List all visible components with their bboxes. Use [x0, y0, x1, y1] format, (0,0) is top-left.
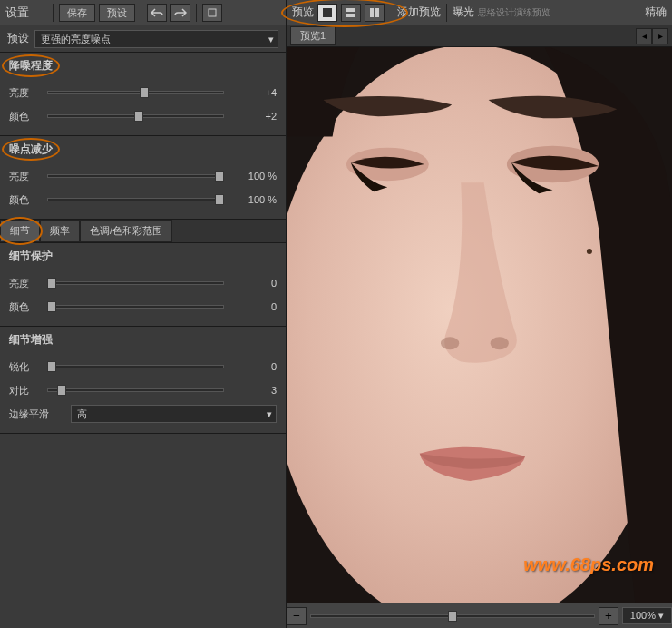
slider-thumb[interactable]	[47, 301, 56, 312]
svg-point-11	[491, 337, 509, 349]
color-slider[interactable]	[47, 114, 224, 118]
slider-thumb[interactable]	[134, 111, 143, 122]
brightness-value: +4	[231, 87, 277, 98]
svg-point-12	[587, 249, 592, 254]
noise-reduction-title: 噪点减少	[9, 142, 53, 157]
preview-tab-1[interactable]: 预览1	[290, 26, 336, 45]
chevron-down-icon: ▾	[658, 610, 664, 621]
slider-thumb[interactable]	[57, 385, 66, 396]
preset-value: 更强的亮度噪点	[41, 34, 111, 44]
preset-label: 预设	[7, 31, 29, 46]
preset-button[interactable]: 预设	[99, 4, 135, 22]
preview-label: 预览	[292, 5, 314, 20]
color-value: +2	[231, 111, 277, 122]
preview-viewport[interactable]: www.68ps.com	[287, 47, 672, 603]
preset-dropdown[interactable]: 更强的亮度噪点 ▾	[34, 30, 278, 48]
command-button[interactable]	[202, 4, 222, 22]
misc-text: 思络设计演练预览	[478, 6, 550, 19]
separator	[196, 4, 197, 22]
zoom-in-button[interactable]: +	[599, 607, 618, 625]
contrast-slider[interactable]	[47, 388, 224, 392]
dp-color-slider[interactable]	[47, 305, 224, 309]
zoom-slider[interactable]	[310, 614, 595, 618]
undo-icon	[151, 7, 163, 18]
dp-brightness-value: 0	[231, 278, 277, 289]
brightness-slider-row: 亮度 +4	[9, 83, 277, 103]
brightness-label: 亮度	[9, 86, 40, 100]
view-split-h-button[interactable]	[341, 4, 361, 22]
color-slider-row: 颜色 +2	[9, 106, 277, 126]
redo-icon	[174, 7, 187, 18]
tab-next-button[interactable]: ▸	[652, 28, 668, 44]
view-split-v-button[interactable]	[365, 4, 385, 22]
separator	[141, 4, 141, 22]
tab-frequency[interactable]: 频率	[40, 220, 80, 242]
exposure-label: 曝光	[453, 5, 474, 20]
redo-button[interactable]	[170, 4, 190, 22]
slider-thumb[interactable]	[140, 87, 149, 98]
tab-color-range[interactable]: 色调/色和彩范围	[80, 220, 172, 242]
svg-rect-4	[370, 8, 374, 17]
tab-detail[interactable]: 细节	[0, 220, 40, 242]
svg-rect-1	[323, 8, 332, 17]
preview-image	[287, 47, 672, 603]
color-label: 颜色	[9, 110, 40, 123]
edge-smooth-row: 边缘平滑 高 ▾	[9, 404, 277, 424]
nr-brightness-label: 亮度	[9, 170, 40, 183]
dp-color-row: 颜色 0	[9, 297, 277, 317]
contrast-label: 对比	[9, 384, 40, 397]
edge-smooth-dropdown[interactable]: 高 ▾	[71, 405, 277, 423]
sharpen-row: 锐化 0	[9, 357, 277, 377]
save-button[interactable]: 保存	[59, 4, 95, 22]
zoom-bar: − + 100% ▾	[287, 603, 672, 628]
preset-bar: 预设 更强的亮度噪点 ▾	[0, 25, 286, 53]
svg-rect-2	[346, 8, 355, 12]
preview-panel: 预览 添加预览 曝光 思络设计演练预览 精确 预览1 ◂ ▸	[287, 0, 672, 628]
add-preview-label[interactable]: 添加预览	[397, 5, 441, 20]
settings-panel: 设置 保存 预设 预设 更强的亮度噪点 ▾ 降噪程度 亮度 +4	[0, 0, 287, 628]
dp-color-value: 0	[231, 301, 277, 312]
detail-protect-section: 细节保护 亮度 0 颜色 0	[0, 243, 286, 327]
tab-nav: ◂ ▸	[636, 28, 668, 44]
zoom-value[interactable]: 100% ▾	[622, 607, 672, 624]
svg-point-10	[441, 337, 459, 349]
dp-brightness-label: 亮度	[9, 277, 40, 290]
preview-tabs-bar: 预览1 ◂ ▸	[287, 25, 672, 47]
command-icon	[207, 7, 218, 18]
svg-rect-5	[375, 8, 379, 17]
dp-brightness-slider[interactable]	[47, 281, 224, 285]
split-v-icon	[369, 7, 380, 18]
noise-degree-section: 降噪程度 亮度 +4 颜色 +2	[0, 53, 286, 136]
slider-thumb[interactable]	[215, 171, 224, 182]
detail-enhance-title: 细节增强	[9, 332, 53, 348]
nr-brightness-row: 亮度 100 %	[9, 166, 277, 186]
detail-tabs: 细节 频率 色调/色和彩范围	[0, 220, 286, 243]
chevron-down-icon: ▾	[268, 33, 274, 44]
brightness-slider[interactable]	[47, 91, 224, 94]
nr-color-slider[interactable]	[47, 198, 224, 201]
watermark-text: www.68ps.com	[523, 554, 654, 575]
noise-reduction-section: 噪点减少 亮度 100 % 颜色 100 %	[0, 136, 286, 220]
view-single-button[interactable]	[317, 4, 337, 22]
sharpen-slider[interactable]	[47, 365, 224, 368]
tab-prev-button[interactable]: ◂	[636, 28, 652, 44]
left-toolbar: 设置 保存 预设	[0, 0, 286, 25]
accurate-label[interactable]: 精确	[645, 5, 667, 20]
zoom-out-button[interactable]: −	[287, 607, 307, 625]
dp-brightness-row: 亮度 0	[9, 273, 277, 293]
slider-thumb[interactable]	[47, 361, 56, 372]
edge-smooth-label: 边缘平滑	[9, 407, 63, 421]
contrast-value: 3	[231, 385, 277, 396]
slider-thumb[interactable]	[47, 278, 56, 289]
undo-button[interactable]	[147, 4, 167, 22]
contrast-row: 对比 3	[9, 380, 277, 400]
square-icon	[322, 7, 333, 18]
app-root: 设置 保存 预设 预设 更强的亮度噪点 ▾ 降噪程度 亮度 +4	[0, 0, 672, 628]
nr-brightness-slider[interactable]	[47, 174, 224, 178]
svg-rect-0	[209, 9, 216, 16]
edge-smooth-value: 高	[77, 408, 87, 419]
slider-thumb[interactable]	[448, 611, 457, 622]
nr-color-row: 颜色 100 %	[9, 190, 277, 210]
split-h-icon	[346, 7, 356, 18]
slider-thumb[interactable]	[215, 194, 224, 205]
